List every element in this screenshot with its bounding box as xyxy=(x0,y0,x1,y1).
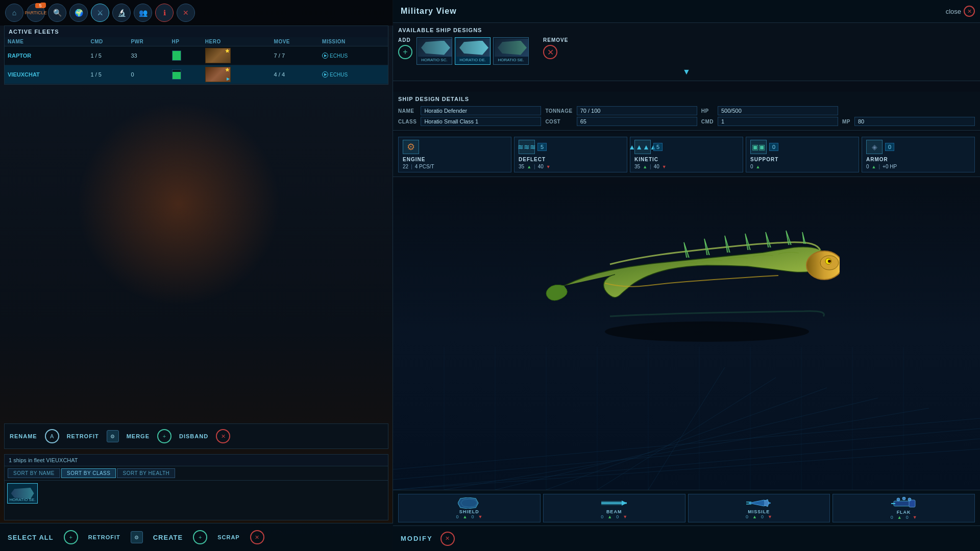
particle-label: PARTICLE xyxy=(24,10,46,15)
hp-label: HP xyxy=(701,108,714,114)
nav-icon-home[interactable]: ⌂ xyxy=(5,4,23,22)
designs-row: ADD + HORATIO SC. HORATIO DE. xyxy=(398,37,975,65)
ship-item[interactable]: HORATIO SE. xyxy=(7,483,38,504)
disband-close-btn[interactable]: ✕ xyxy=(216,429,230,443)
rename-button[interactable]: RENAME xyxy=(10,433,37,439)
remove-label: REMOVE xyxy=(543,37,568,43)
svg-line-1 xyxy=(393,429,980,480)
mp-label: MP xyxy=(842,119,850,124)
design-name-3: HORATIO SE. xyxy=(495,57,527,63)
sort-by-health-btn[interactable]: SORT BY HEALTH xyxy=(117,468,175,478)
nav-icon-military[interactable]: ⚔ xyxy=(91,4,109,22)
class-value: Horatio Small Class 1 xyxy=(421,117,541,126)
hero-badge-raptor: ⭐ xyxy=(225,49,230,53)
shield-svg xyxy=(458,497,481,509)
fleet-action-bar: RENAME A RETROFIT ⚙ MERGE + DISBAND ✕ xyxy=(4,423,388,449)
table-row[interactable]: VIEUXCHAT 1 / 5 0 ⭐ ▶ xyxy=(5,65,388,84)
nav-icon-info[interactable]: ℹ xyxy=(155,4,174,22)
nav-icon-science[interactable]: 🔬 xyxy=(112,4,131,22)
cost-label: COST xyxy=(545,119,572,124)
kinetic-name: KINETIC xyxy=(634,157,739,162)
table-row[interactable]: RAPTOR 1 / 5 33 ⭐ 7 / 7 xyxy=(5,46,388,65)
flak-counts: 0 ▲ 0 ▼ xyxy=(891,515,917,520)
engine-name: ENGINE xyxy=(403,157,507,162)
beam-arrow2: ▼ xyxy=(623,514,627,519)
nav-icon-planet[interactable]: 🌍 xyxy=(69,4,88,22)
nav-icon-people[interactable]: 👥 xyxy=(134,4,152,22)
svg-point-37 xyxy=(908,498,911,501)
nav-icon-particle[interactable]: PARTICLE 5 xyxy=(27,4,45,22)
select-all-circle-btn[interactable]: + xyxy=(64,530,78,544)
hp-fill-raptor xyxy=(173,51,181,60)
remove-circle-btn[interactable]: ✕ xyxy=(543,45,557,59)
stat-box-deflect: ≋≋≋ 5 DEFLECT 35 ▲ | 40 ▼ xyxy=(514,137,627,172)
design-details-title: SHIP DESIGN DETAILS xyxy=(398,96,975,102)
add-section: ADD + xyxy=(398,37,412,59)
svg-point-35 xyxy=(897,498,900,501)
kinetic-down-arrow: ▼ xyxy=(662,164,667,169)
close-circle-btn[interactable]: ✕ xyxy=(964,6,975,17)
close-label: close xyxy=(946,8,961,15)
fleet-move-raptor: 7 / 7 xyxy=(271,46,319,65)
deflect-header: ≋≋≋ 5 xyxy=(519,140,623,154)
armor-name: ARMOR xyxy=(866,157,970,162)
deflect-down-arrow: ▼ xyxy=(546,164,551,169)
modify-close-btn[interactable]: ✕ xyxy=(440,532,455,546)
merge-button[interactable]: MERGE xyxy=(127,433,150,439)
nav-icon-search[interactable]: 🔍 xyxy=(48,4,66,22)
play-icon-raptor: ▶ xyxy=(322,53,328,59)
ship-name: HORATIO SE. xyxy=(8,497,37,502)
right-header: Military View close ✕ xyxy=(393,0,980,23)
sort-by-name-btn[interactable]: SORT BY NAME xyxy=(8,468,60,478)
add-label: ADD xyxy=(398,37,412,43)
shield-count1: 0 xyxy=(456,514,458,519)
sort-by-class-btn[interactable]: SORT BY CLASS xyxy=(61,468,116,478)
create-button[interactable]: CREATE xyxy=(153,534,183,541)
beam-name: BEAM xyxy=(606,509,622,514)
design-card-2[interactable]: HORATIO DE. xyxy=(455,37,491,65)
kinetic-num1: 35 xyxy=(634,164,640,169)
svg-line-5 xyxy=(546,388,827,490)
modify-button[interactable]: MODIFY xyxy=(401,535,433,542)
col-hero: HERO xyxy=(202,37,271,46)
cmd-label: CMD xyxy=(701,119,714,124)
kinetic-count: 5 xyxy=(653,143,663,151)
support-icon: ▣▣ xyxy=(750,140,767,154)
retrofit-gear-icon[interactable]: ⚙ xyxy=(107,430,119,442)
add-circle-btn[interactable]: + xyxy=(398,45,412,59)
engine-icon: ⚙ xyxy=(403,140,419,154)
global-retrofit-button[interactable]: RETROFIT xyxy=(88,534,120,540)
combat-stats-row: ⚙ ENGINE 22 | 4 PCS/T ≋≋≋ 5 DEFLECT 35 ▲… xyxy=(393,133,980,177)
svg-line-6 xyxy=(597,378,776,490)
col-mission: MISSION xyxy=(319,37,388,46)
shield-icon xyxy=(456,497,482,509)
svg-line-4 xyxy=(495,398,878,490)
beam-count1: 0 xyxy=(601,514,603,519)
global-action-bar: SELECT ALL + RETROFIT ⚙ CREATE + SCRAP ✕ xyxy=(0,523,393,551)
missile-counts: 0 ▲ 0 ▼ xyxy=(746,514,772,519)
create-circle-btn[interactable]: + xyxy=(193,530,207,544)
global-retrofit-gear-icon[interactable]: ⚙ xyxy=(131,531,143,543)
design-card-3[interactable]: HORATIO SE. xyxy=(493,37,529,65)
nav-icon-close[interactable]: ✕ xyxy=(177,4,195,22)
fleet-pwr-vieuxchat: 0 xyxy=(128,65,168,84)
rename-circle-btn[interactable]: A xyxy=(45,429,59,443)
ship-design-details: SHIP DESIGN DETAILS NAME Horatio Defende… xyxy=(393,92,980,131)
disband-button[interactable]: DISBAND xyxy=(179,433,208,439)
deflect-num2: 40 xyxy=(538,164,544,169)
available-designs-section: AVAILABLE SHIP DESIGNS ADD + HORATIO SC. xyxy=(393,23,980,81)
support-arrow: ▲ xyxy=(756,164,761,169)
select-all-button[interactable]: SELECT ALL xyxy=(8,534,54,541)
retrofit-button[interactable]: RETROFIT xyxy=(67,433,99,439)
military-view-title: Military View xyxy=(401,7,457,16)
design-card-1[interactable]: HORATIO SC. xyxy=(416,37,452,65)
close-window-button[interactable]: close ✕ xyxy=(946,6,975,17)
armor-count: 0 xyxy=(885,143,894,151)
scrap-button[interactable]: SCRAP xyxy=(217,534,240,540)
fleet-name-vieuxchat: VIEUXCHAT xyxy=(8,71,40,78)
name-label: NAME xyxy=(398,108,416,114)
scrap-close-btn[interactable]: ✕ xyxy=(250,530,264,544)
merge-circle-btn[interactable]: + xyxy=(157,429,172,443)
ship-3d-view xyxy=(393,184,980,490)
available-designs-title: AVAILABLE SHIP DESIGNS xyxy=(398,27,975,33)
